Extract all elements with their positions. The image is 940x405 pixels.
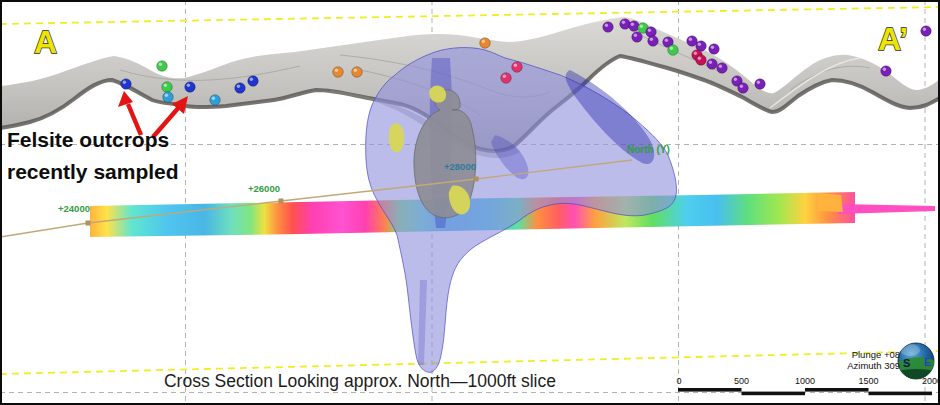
sample-point-purple [921,26,932,37]
scale-tick-2000: 2000 [922,376,940,386]
sample-point-highlight [640,25,643,28]
sample-point-highlight [634,34,637,37]
sample-point-cyan [210,95,221,106]
axis-tick-24000: +24000 [58,203,90,214]
sample-point-highlight [354,69,357,72]
sample-point-highlight [711,46,714,49]
sample-point-highlight [482,40,485,43]
sample-point-highlight [694,52,697,55]
sample-point-highlight [698,43,701,46]
sample-point-green [157,61,168,72]
azimuth-label: Azimuth 309 [770,361,900,372]
scale-tick-500: 500 [734,376,749,386]
scale-tick-1500: 1500 [858,376,878,386]
sample-point-highlight [689,38,692,41]
sample-point-highlight [605,24,608,27]
felsite-annotation-line1: Felsite outcrops [7,128,169,152]
compass-letter-e: E [924,356,931,368]
sample-point-highlight [237,85,240,88]
sample-point-highlight [335,69,338,72]
sample-point-pink [512,62,523,73]
sample-point-green [162,82,173,93]
sample-point-purple [707,59,718,70]
sample-point-highlight [670,47,673,50]
cross-section-graphics: A A’ 0 500 1000 1500 2000 [0,0,940,405]
sample-point-highlight [757,81,760,84]
axis-tick-26000: +26000 [248,183,280,194]
sample-point-highlight [159,62,162,65]
sample-point-highlight [631,23,634,26]
sample-point-blue [235,83,246,94]
sample-point-purple [709,44,720,55]
cross-section-figure: A A’ 0 500 1000 1500 2000 [0,0,940,405]
sample-point-purple [738,83,749,94]
sample-point-purple [603,22,614,33]
sample-point-highlight [622,21,625,24]
sample-point-highlight [514,63,517,66]
axis-label-north-y: North (Y) [627,144,670,155]
scale-tick-1000: 1000 [795,376,815,386]
section-label-a-prime: A’ [878,21,908,57]
sample-point-highlight [212,97,215,100]
sample-point-highlight [164,84,167,87]
sample-point-crimson [696,55,707,66]
sample-point-highlight [250,78,253,81]
section-label-a: A [34,24,57,60]
sample-point-highlight [165,94,168,97]
sample-point-highlight [923,28,926,31]
sample-point-highlight [123,81,126,84]
sample-point-highlight [650,38,653,41]
sample-point-pink [501,73,512,84]
sample-point-purple [717,63,728,74]
sample-point-highlight [665,39,668,42]
sample-point-highlight [648,29,651,32]
view-orientation-label: Plunge +08 Azimuth 309 [770,350,900,371]
sample-point-highlight [709,61,712,64]
sample-point-highlight [719,65,722,68]
sample-point-blue [121,79,132,90]
sample-point-highlight [503,75,506,78]
slice-tail [838,204,935,214]
sample-point-purple [881,66,892,77]
sample-point-highlight [734,78,737,81]
sample-point-purple [755,79,766,90]
sample-point-orange [333,67,344,78]
sample-point-orange [480,38,491,49]
sample-point-highlight [883,68,886,71]
sample-point-blue [185,82,196,93]
axis-tick-28000: +28000 [444,161,476,172]
compass-letter-s: S [903,357,910,369]
sample-point-highlight [740,85,743,88]
section-caption: Cross Section Looking approx. North—1000… [0,371,720,392]
sample-point-highlight [698,57,701,60]
sample-point-green [668,45,679,56]
felsite-model-body [366,48,677,373]
sample-point-highlight [187,84,190,87]
plunge-label: Plunge +08 [770,350,900,361]
sample-point-blue [248,76,259,87]
felsite-annotation-line2: recently sampled [7,160,179,184]
sample-point-orange [352,67,363,78]
sample-point-purple [648,36,659,47]
compass-globe-icon[interactable]: S E [896,343,936,380]
sample-point-purple [632,32,643,43]
sample-point-cyan [163,92,174,103]
